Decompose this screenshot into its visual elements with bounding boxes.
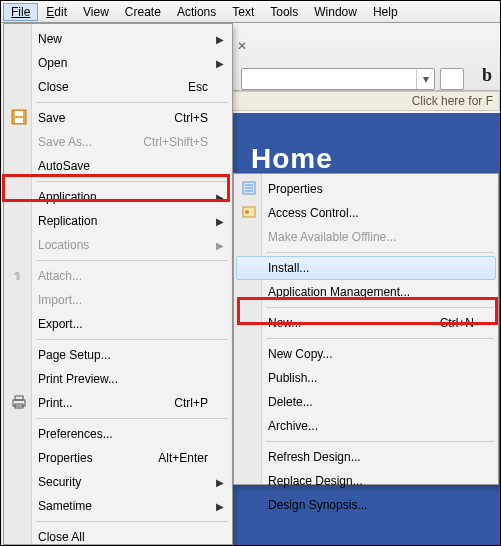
menu-item-export[interactable]: Export... <box>6 312 230 336</box>
submenu-arrow-icon: ▶ <box>216 240 224 251</box>
submenu-item-properties[interactable]: Properties <box>236 177 496 201</box>
menu-item-locations: Locations▶ <box>6 233 230 257</box>
svg-rect-4 <box>15 396 23 400</box>
menubar-create[interactable]: Create <box>117 3 169 21</box>
menu-item-import: Import... <box>6 288 230 312</box>
menu-item-security[interactable]: Security▶ <box>6 470 230 494</box>
menubar-help[interactable]: Help <box>365 3 406 21</box>
menu-item-page-setup[interactable]: Page Setup... <box>6 343 230 367</box>
toolbar-button[interactable] <box>440 68 464 90</box>
submenu-item-delete[interactable]: Delete... <box>236 390 496 414</box>
address-combo[interactable]: ▾ <box>241 68 435 90</box>
submenu-arrow-icon: ▶ <box>216 58 224 69</box>
svg-point-11 <box>245 210 249 214</box>
menu-separator <box>36 181 228 182</box>
submenu-item-new-copy[interactable]: New Copy... <box>236 342 496 366</box>
menu-item-close[interactable]: CloseEsc <box>6 75 230 99</box>
menu-item-attach: Attach... <box>6 264 230 288</box>
submenu-item-make-offline: Make Available Offline... <box>236 225 496 249</box>
submenu-item-new[interactable]: New...Ctrl+N <box>236 311 496 335</box>
menu-item-save[interactable]: SaveCtrl+S <box>6 106 230 130</box>
menu-item-sametime[interactable]: Sametime▶ <box>6 494 230 518</box>
menu-separator <box>36 418 228 419</box>
submenu-item-install[interactable]: Install... <box>236 256 496 280</box>
brand-glyph: b <box>482 65 492 86</box>
menubar-view[interactable]: View <box>75 3 117 21</box>
submenu-item-replace-design[interactable]: Replace Design... <box>236 469 496 493</box>
menu-item-close-all[interactable]: Close All <box>6 525 230 546</box>
submenu-item-design-synopsis[interactable]: Design Synopsis... <box>236 493 496 517</box>
menu-item-open[interactable]: Open▶ <box>6 51 230 75</box>
menu-item-preferences[interactable]: Preferences... <box>6 422 230 446</box>
menubar-actions[interactable]: Actions <box>169 3 224 21</box>
menu-separator <box>36 521 228 522</box>
attach-icon <box>11 267 29 285</box>
menu-item-autosave[interactable]: AutoSave <box>6 154 230 178</box>
svg-rect-2 <box>15 118 23 123</box>
info-banner[interactable]: Click here for F <box>231 91 500 111</box>
menu-item-new[interactable]: New▶ <box>6 27 230 51</box>
submenu-arrow-icon: ▶ <box>216 501 224 512</box>
menu-separator <box>266 307 494 308</box>
file-menu-dropdown: New▶ Open▶ CloseEsc SaveCtrl+S Save As..… <box>3 23 233 545</box>
toolbar-region: ✕ ▾ b <box>231 23 500 91</box>
application-submenu: Properties Access Control... Make Availa… <box>233 173 499 485</box>
menu-separator <box>36 260 228 261</box>
menu-separator <box>36 102 228 103</box>
menu-item-save-as: Save As...Ctrl+Shift+S <box>6 130 230 154</box>
submenu-arrow-icon: ▶ <box>216 216 224 227</box>
print-icon <box>11 394 29 412</box>
submenu-item-archive[interactable]: Archive... <box>236 414 496 438</box>
submenu-arrow-icon: ▶ <box>216 192 224 203</box>
submenu-item-publish[interactable]: Publish... <box>236 366 496 390</box>
menubar-file[interactable]: File <box>3 3 38 21</box>
page-title: Home <box>251 143 333 175</box>
menu-separator <box>266 338 494 339</box>
menubar-edit[interactable]: Edit <box>38 3 75 21</box>
submenu-item-refresh-design[interactable]: Refresh Design... <box>236 445 496 469</box>
menubar-window[interactable]: Window <box>306 3 365 21</box>
menu-item-application[interactable]: Application▶ <box>6 185 230 209</box>
menu-separator <box>36 339 228 340</box>
save-icon <box>11 109 29 127</box>
submenu-item-access-control[interactable]: Access Control... <box>236 201 496 225</box>
submenu-arrow-icon: ▶ <box>216 34 224 45</box>
menu-item-replication[interactable]: Replication▶ <box>6 209 230 233</box>
menubar-tools[interactable]: Tools <box>262 3 306 21</box>
svg-rect-1 <box>15 111 23 116</box>
chevron-down-icon[interactable]: ▾ <box>416 69 434 89</box>
tab-close-icon[interactable]: ✕ <box>237 39 251 53</box>
menubar-text[interactable]: Text <box>224 3 262 21</box>
menu-separator <box>266 441 494 442</box>
submenu-item-app-mgmt[interactable]: Application Management... <box>236 280 496 304</box>
menubar: File Edit View Create Actions Text Tools… <box>1 1 500 23</box>
menu-item-print[interactable]: Print...Ctrl+P <box>6 391 230 415</box>
menu-item-properties[interactable]: PropertiesAlt+Enter <box>6 446 230 470</box>
access-control-icon <box>241 204 259 222</box>
menu-separator <box>266 252 494 253</box>
submenu-arrow-icon: ▶ <box>216 477 224 488</box>
menu-item-print-preview[interactable]: Print Preview... <box>6 367 230 391</box>
properties-icon <box>241 180 259 198</box>
